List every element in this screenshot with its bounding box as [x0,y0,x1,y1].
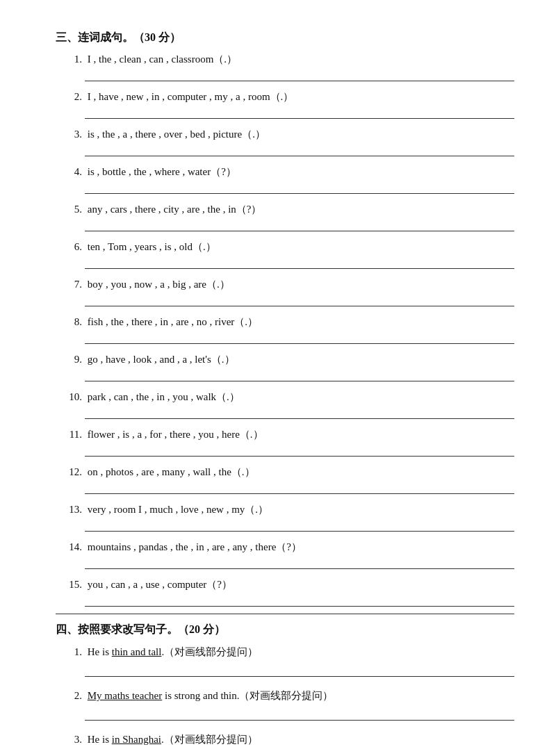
section-divider [56,614,514,614]
question-number: 13. [63,501,82,518]
question-number: 9. [63,351,82,368]
question-number: 14. [63,539,82,555]
answer-line [85,369,514,381]
answer-line [85,664,514,677]
answer-line [85,294,514,306]
list-item: 12. on , photos , are , many , wall , th… [63,463,514,494]
answer-line [85,519,514,532]
question-text: go , have , look , and , a , let's（.） [88,354,235,365]
list-item: 11. flower , is , a , for , there , you … [63,426,514,457]
answer-line [85,181,514,194]
question-number: 11. [63,426,82,443]
question-text: ten , Tom , years , is , old（.） [88,241,216,252]
list-item: 4. is , bottle , the , where , water（?） [63,163,514,194]
question-text: park , can , the , in , you , walk（.） [88,391,240,402]
list-item: 7. boy , you , now , a , big , are（.） [63,276,514,306]
list-item: 1. He is thin and tall.（对画线部分提问） [63,643,514,677]
answer-line [85,69,514,81]
question-text: I , the , clean , can , classroom（.） [88,54,237,65]
question-number: 10. [63,388,82,405]
section-three-title: 三、连词成句。（30 分） [56,31,514,45]
list-item: 9. go , have , look , and , a , let's（.） [63,351,514,381]
underlined-text: in Shanghai [112,734,161,745]
list-item: 13. very , room I , much , love , new , … [63,501,514,532]
question-number: 3. [63,730,82,749]
question-number: 15. [63,576,82,593]
answer-line [85,752,514,756]
question-number: 2. [63,687,82,705]
question-number: 7. [63,276,82,293]
question-number: 6. [63,238,82,255]
section-three-list: 1. I , the , clean , can , classroom（.） … [63,51,514,607]
section-four: 四、按照要求改写句子。（20 分） 1. He is thin and tall… [56,623,514,756]
list-item: 2. I , have , new , in , computer , my ,… [63,88,514,119]
answer-line [85,444,514,457]
list-item: 8. fish , the , there , in , are , no , … [63,313,514,344]
answer-line [85,708,514,721]
question-number: 2. [63,88,82,105]
section-three: 三、连词成句。（30 分） 1. I , the , clean , can ,… [56,31,514,607]
answer-line [85,594,514,607]
list-item: 10. park , can , the , in , you , walk（.… [63,388,514,419]
question-number: 5. [63,201,82,217]
list-item: 14. mountains , pandas , the , in , are … [63,539,514,569]
question-number: 3. [63,126,82,142]
question-text: on , photos , are , many , wall , the（.） [88,466,255,477]
answer-line [85,256,514,269]
question-text: very , room I , much , love , new , my（.… [88,504,268,515]
question-number: 1. [63,51,82,67]
answer-line [85,106,514,119]
question-text: any , cars , there , city , are , the , … [88,204,262,215]
list-item: 1. I , the , clean , can , classroom（.） [63,51,514,81]
question-number: 8. [63,313,82,330]
question-text: I , have , new , in , computer , my , a … [88,91,294,102]
question-text: boy , you , now , a , big , are（.） [88,279,230,290]
answer-line [85,144,514,156]
question-text: you , can , a , use , computer（?） [88,579,232,590]
question-text: fish , the , there , in , are , no , riv… [88,316,258,327]
answer-line [85,406,514,419]
question-text: 2. My maths teacher is strong and thin.（… [63,690,333,701]
question-text: is , the , a , there , over , bed , pict… [88,129,265,140]
question-text: flower , is , a , for , there , you , he… [88,429,263,440]
list-item: 3. He is in Shanghai.（对画线部分提问） [63,730,514,756]
underlined-text: thin and tall [112,646,162,657]
answer-line [85,331,514,344]
answer-line [85,557,514,569]
question-text: 1. He is thin and tall.（对画线部分提问） [63,646,258,657]
list-item: 2. My maths teacher is strong and thin.（… [63,687,514,721]
question-number: 1. [63,643,82,662]
question-number: 4. [63,163,82,180]
list-item: 5. any , cars , there , city , are , the… [63,201,514,231]
answer-line [85,219,514,231]
section-four-list: 1. He is thin and tall.（对画线部分提问） 2. My m… [63,643,514,756]
answer-line [85,482,514,494]
question-text: mountains , pandas , the , in , are , an… [88,541,302,552]
question-number: 12. [63,463,82,480]
question-text: is , bottle , the , where , water（?） [88,166,236,177]
underlined-text: My maths teacher [88,690,162,701]
list-item: 6. ten , Tom , years , is , old（.） [63,238,514,269]
list-item: 3. is , the , a , there , over , bed , p… [63,126,514,156]
list-item: 15. you , can , a , use , computer（?） [63,576,514,607]
question-text: 3. He is in Shanghai.（对画线部分提问） [63,734,258,745]
section-four-title: 四、按照要求改写句子。（20 分） [56,623,514,637]
